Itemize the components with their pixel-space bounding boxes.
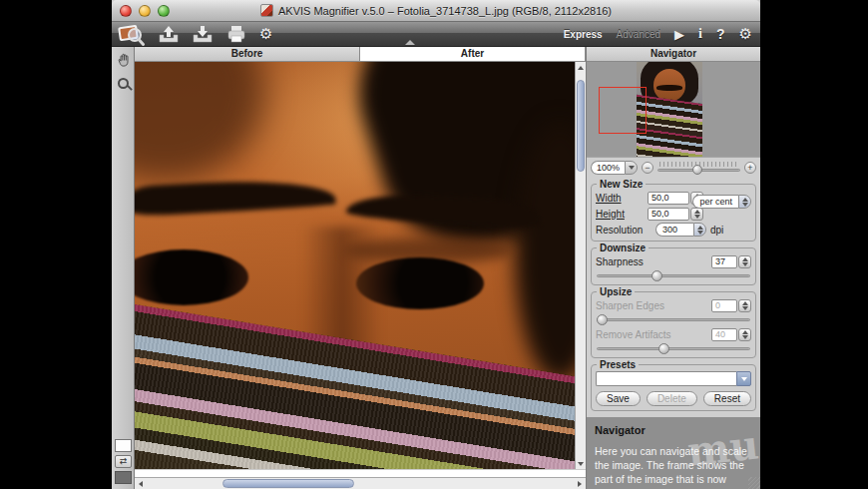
size-unit-stepper[interactable] <box>738 195 751 209</box>
zoom-slider-thumb[interactable] <box>692 165 702 175</box>
zoom-in-button[interactable]: + <box>744 162 756 174</box>
zoom-slider[interactable] <box>657 161 740 175</box>
scroll-left-icon[interactable] <box>135 478 147 489</box>
downsize-group: Downsize Sharpness 37 <box>591 247 756 285</box>
remove-artifacts-label: Remove Artifacts <box>596 329 671 340</box>
tool-strip: ⇄ <box>112 47 135 489</box>
width-label[interactable]: Width <box>596 193 648 204</box>
zoom-out-button[interactable]: − <box>642 162 653 174</box>
app-window: AKVIS Magnifier v.5.0 – Fotolia_3714738_… <box>112 0 760 489</box>
sharpen-edges-field[interactable]: 0 <box>711 299 737 312</box>
hint-panel: Navigator Here you can navigate and scal… <box>587 417 760 489</box>
panel-collapse-arrow-icon[interactable] <box>405 40 415 45</box>
remove-artifacts-slider[interactable] <box>597 343 750 353</box>
navigator-header: Navigator <box>587 47 760 62</box>
remove-artifacts-slider-thumb[interactable] <box>658 343 669 354</box>
remove-artifacts-stepper[interactable] <box>738 328 751 341</box>
new-size-group: New Size Width 50,0 Height 50,0 per cent… <box>591 184 756 242</box>
resolution-combo[interactable]: 300 <box>655 223 706 237</box>
sharpen-edges-slider[interactable] <box>597 314 750 324</box>
close-button[interactable] <box>120 5 132 17</box>
scroll-right-icon[interactable] <box>574 478 586 489</box>
zoom-tool-icon[interactable] <box>114 74 133 93</box>
print-icon[interactable] <box>225 23 247 45</box>
navigator-frame[interactable] <box>599 87 647 134</box>
size-unit-combo[interactable]: per cent <box>692 195 751 209</box>
image-canvas[interactable] <box>135 62 575 469</box>
reset-button[interactable]: Reset <box>703 391 751 406</box>
akvis-logo-icon <box>116 23 146 45</box>
watermark: mu <box>684 420 760 474</box>
presets-group: Presets Save Delete Reset <box>591 364 756 411</box>
horizontal-scrollbar[interactable] <box>135 477 586 489</box>
toolbar: ⚙ Express Advanced ▶ i ? ⚙ <box>112 22 760 47</box>
minimize-button[interactable] <box>139 5 151 17</box>
batch-processing-icon[interactable]: ⚙ <box>259 23 272 45</box>
sharpness-label: Sharpness <box>596 256 644 267</box>
background-color-swatch[interactable] <box>115 471 132 484</box>
photo-shadow <box>135 62 264 182</box>
swap-colors-icon[interactable]: ⇄ <box>115 455 132 468</box>
sharpen-edges-slider-thumb[interactable] <box>597 314 608 325</box>
mode-express[interactable]: Express <box>564 29 603 40</box>
zoom-button[interactable] <box>158 5 170 17</box>
horizontal-scroll-thumb[interactable] <box>222 479 354 488</box>
open-image-icon[interactable] <box>158 23 180 45</box>
resolution-value[interactable]: 300 <box>655 223 693 237</box>
sharpness-field[interactable]: 37 <box>711 255 737 268</box>
save-button[interactable]: Save <box>596 391 641 406</box>
presets-combo[interactable] <box>596 371 751 386</box>
height-field[interactable]: 50,0 <box>648 208 689 221</box>
navigator-preview[interactable] <box>587 62 760 158</box>
resolution-label: Resolution <box>596 225 655 236</box>
tab-after[interactable]: After <box>360 47 586 61</box>
scroll-up-icon[interactable] <box>576 62 586 73</box>
presets-title: Presets <box>597 359 639 370</box>
app-icon <box>260 4 273 17</box>
hand-tool-icon[interactable] <box>114 51 133 70</box>
photo-left-eyebrow <box>135 176 336 217</box>
sharpness-stepper[interactable] <box>738 255 751 268</box>
vertical-scrollbar[interactable] <box>575 62 586 469</box>
downsize-title: Downsize <box>597 243 649 253</box>
size-unit-value[interactable]: per cent <box>692 195 738 209</box>
new-size-title: New Size <box>597 179 646 190</box>
help-icon[interactable]: ? <box>716 26 725 42</box>
view-tabs: Before After <box>135 47 586 62</box>
window-controls <box>120 5 170 17</box>
height-stepper[interactable] <box>690 208 703 221</box>
resize-grip[interactable] <box>748 477 760 489</box>
sharpness-slider[interactable] <box>597 270 750 280</box>
canvas-margin <box>135 469 586 477</box>
mode-advanced[interactable]: Advanced <box>617 29 660 40</box>
upsize-group: Upsize Sharpen Edges 0 Remove Artifacts … <box>591 291 756 358</box>
photo-right-eye <box>356 257 484 309</box>
zoom-value[interactable]: 100% <box>591 161 625 175</box>
width-field[interactable]: 50,0 <box>648 192 689 205</box>
sharpness-slider-thumb[interactable] <box>651 270 662 281</box>
sharpen-edges-label: Sharpen Edges <box>596 300 664 311</box>
window-title: AKVIS Magnifier v.5.0 – Fotolia_3714738_… <box>278 5 612 17</box>
resolution-unit: dpi <box>710 225 723 236</box>
delete-button[interactable]: Delete <box>647 391 697 406</box>
vertical-scroll-thumb[interactable] <box>577 80 585 172</box>
info-icon[interactable]: i <box>698 26 702 42</box>
zoom-combo[interactable]: 100% <box>591 161 638 175</box>
foreground-color-swatch[interactable] <box>115 439 132 452</box>
save-image-icon[interactable] <box>192 23 214 45</box>
title-bar[interactable]: AKVIS Magnifier v.5.0 – Fotolia_3714738_… <box>112 0 760 22</box>
photo-left-eye <box>135 249 248 305</box>
height-label[interactable]: Height <box>596 209 648 220</box>
upsize-title: Upsize <box>597 286 635 297</box>
settings-panel: Navigator 100% − <box>586 47 760 489</box>
scroll-down-icon[interactable] <box>576 458 586 469</box>
sharpen-edges-stepper[interactable] <box>738 299 751 312</box>
preferences-icon[interactable]: ⚙ <box>739 25 752 43</box>
resolution-stepper[interactable] <box>693 223 706 237</box>
presets-dropdown-icon[interactable] <box>736 371 751 386</box>
remove-artifacts-field[interactable]: 40 <box>711 328 737 341</box>
run-icon[interactable]: ▶ <box>674 27 684 42</box>
zoom-dropdown-icon[interactable] <box>625 161 638 175</box>
presets-value[interactable] <box>596 371 736 386</box>
tab-before[interactable]: Before <box>135 47 360 61</box>
